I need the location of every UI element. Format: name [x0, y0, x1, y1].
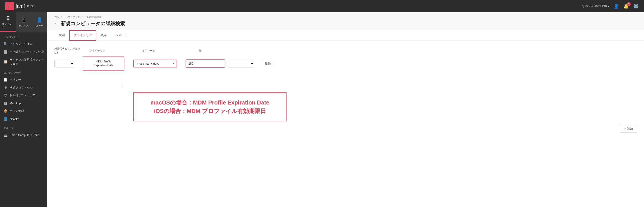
sidebar-item-inventory-search[interactable]: 🔍 インベントリ検索	[0, 40, 47, 48]
restricted-icon: 🛡	[4, 94, 8, 98]
notification-badge: 3	[627, 2, 631, 6]
sidebar-item-purchase-content[interactable]: 🅰 一括購入コンテンツを検索	[0, 48, 47, 56]
topbar-notification-icon[interactable]: 🔔 3	[624, 4, 629, 9]
criteria-row: AND OR MDM ProfileExpiration Date in les…	[54, 56, 637, 70]
device-icon: 📱	[21, 17, 27, 23]
sidebar-item-ebooks[interactable]: 📘 eBooks	[0, 115, 47, 123]
licensed-icon: 📋	[4, 60, 8, 64]
sidebar-config-label: 構成プロファイル	[10, 86, 32, 90]
sidebar-restricted-label: 制限付ソフトウェア	[10, 94, 35, 98]
page-title-row: ← 新規コンピュータの詳細検索	[54, 20, 637, 30]
sidebar-item-smart-group[interactable]: 💻 Smart Computer Group...	[0, 131, 47, 139]
value-secondary-select[interactable]	[228, 60, 254, 68]
plus-icon: +	[624, 127, 626, 131]
sidebar-item-restricted-software[interactable]: 🛡 制限付ソフトウェア	[0, 92, 47, 100]
annotation-line2: iOSの場合：MDM プロファイル有効期限日	[141, 107, 279, 116]
topbar-logo: J jamf PRO	[5, 2, 35, 10]
sidebar-inventory-search-label: インベントリ検索	[10, 42, 32, 46]
operator-col-label: オペレータ	[142, 49, 190, 52]
computer-icon: 🖥	[6, 15, 10, 21]
pro-label: PRO	[27, 4, 35, 8]
patch-icon: 📦	[4, 109, 8, 113]
value-input[interactable]	[186, 60, 225, 68]
add-label: 追加	[627, 127, 633, 131]
operator-chevron-icon: ▾	[173, 62, 174, 65]
operator-value: in less than x days	[136, 62, 159, 65]
search-icon: 🔍	[4, 42, 8, 46]
smart-group-icon: 💻	[4, 133, 8, 137]
sidebar-mac-app-label: Mac App	[10, 102, 21, 105]
value-col-label: 値	[199, 49, 273, 52]
tab-display[interactable]: 表示	[96, 30, 111, 41]
tab-report[interactable]: レポート	[111, 30, 132, 41]
topbar-jamf-menu[interactable]: すべてのJamf Pro ▾	[582, 4, 609, 8]
criteria-col-label: クライテリア	[89, 49, 133, 52]
topbar: J jamf PRO すべてのJamf Pro ▾ 👤 🔔 3 ⚙️	[0, 0, 644, 12]
annotation-line1: macOSの場合：MDM Profile Expiration Date	[141, 98, 279, 107]
topbar-user-icon[interactable]: 👤	[614, 4, 619, 9]
main-content: コンピュータ：コンピュータの詳細検索 ← 新規コンピュータの詳細検索 検索 クラ…	[47, 12, 644, 207]
sidebar-item-licensed-software[interactable]: 📋 ライセンス取得済みソフトウェア	[0, 56, 47, 68]
criteria-display[interactable]: MDM ProfileExpiration Date	[83, 56, 124, 70]
nav-computer[interactable]: 🖥 コンピュータ	[0, 12, 16, 32]
andor-col-label: AND/OR (および/または)	[54, 47, 80, 54]
nav-device-label: デバイス	[19, 24, 28, 28]
nav-computer-label: コンピュータ	[2, 22, 14, 29]
nav-user-label: ユーザ	[36, 24, 43, 28]
config-icon: ⚙	[4, 86, 8, 90]
sidebar-item-mac-app[interactable]: 🅰 Mac App	[0, 100, 47, 107]
layout: 🖥 コンピュータ 📱 デバイス 👤 ユーザ インベントリ 🔍 インベントリ検索 …	[0, 0, 644, 207]
sidebar-patch-label: パッチ管理	[10, 109, 24, 113]
sidebar-item-policy[interactable]: 📄 ポリシー	[0, 76, 47, 84]
tabs: 検索 クライテリア 表示 レポート	[47, 30, 644, 41]
delete-button[interactable]: 削除	[261, 60, 275, 67]
policy-icon: 📄	[4, 78, 8, 82]
jamf-text: jamf	[16, 3, 25, 9]
topbar-left: J jamf PRO	[5, 2, 35, 10]
sidebar-purchase-label: 一括購入コンテンツを検索	[10, 50, 44, 54]
topbar-settings-icon[interactable]: ⚙️	[633, 4, 639, 9]
nav-device[interactable]: 📱 デバイス	[16, 12, 32, 32]
sidebar-section-content: コンテンツ管理	[0, 68, 47, 76]
user-icon: 👤	[36, 17, 42, 23]
back-arrow-icon[interactable]: ←	[54, 22, 58, 26]
annotation-box: macOSの場合：MDM Profile Expiration Date iOS…	[133, 92, 286, 121]
sidebar-section-inventory: インベントリ	[0, 32, 47, 40]
criteria-section: AND/OR (および/または) クライテリア オペレータ 値 AND OR M…	[47, 41, 644, 139]
tab-criteria[interactable]: クライテリア	[69, 30, 96, 41]
add-button[interactable]: + 追加	[620, 125, 637, 133]
tab-search[interactable]: 検索	[54, 30, 69, 41]
icon-nav: 🖥 コンピュータ 📱 デバイス 👤 ユーザ	[0, 12, 47, 32]
breadcrumb: コンピュータ：コンピュータの詳細検索	[54, 15, 637, 19]
nav-user[interactable]: 👤 ユーザ	[32, 12, 47, 32]
operator-display[interactable]: in less than x days ▾	[133, 60, 177, 68]
operator-select-wrap: in less than x days ▾	[133, 60, 177, 68]
mac-app-icon: 🅰	[4, 102, 8, 105]
jamf-icon: J	[5, 2, 14, 10]
vertical-connector-line	[122, 73, 122, 86]
svg-text:J: J	[8, 4, 10, 8]
criteria-value: MDM ProfileExpiration Date	[94, 60, 114, 67]
andor-select[interactable]: AND OR	[54, 60, 74, 68]
connector-container	[104, 73, 637, 86]
page-title: 新規コンピュータの詳細検索	[61, 20, 125, 27]
value-section	[186, 60, 254, 68]
sidebar-item-patch-mgmt[interactable]: 📦 パッチ管理	[0, 107, 47, 115]
sidebar-smart-group-label: Smart Computer Group...	[10, 134, 42, 137]
criteria-header-row: AND/OR (および/または) クライテリア オペレータ 値	[54, 47, 637, 54]
add-row: + 追加	[54, 125, 637, 133]
sidebar: 🖥 コンピュータ 📱 デバイス 👤 ユーザ インベントリ 🔍 インベントリ検索 …	[0, 12, 47, 207]
purchase-icon: 🅰	[4, 50, 8, 54]
ebooks-icon: 📘	[4, 117, 8, 121]
sidebar-policy-label: ポリシー	[10, 78, 21, 82]
page-header: コンピュータ：コンピュータの詳細検索 ← 新規コンピュータの詳細検索	[47, 12, 644, 30]
sidebar-section-group: グループ	[0, 123, 47, 131]
topbar-right: すべてのJamf Pro ▾ 👤 🔔 3 ⚙️	[582, 4, 639, 9]
sidebar-licensed-label: ライセンス取得済みソフトウェア	[10, 58, 44, 66]
sidebar-ebooks-label: eBooks	[10, 118, 19, 121]
sidebar-item-config-profile[interactable]: ⚙ 構成プロファイル	[0, 84, 47, 92]
